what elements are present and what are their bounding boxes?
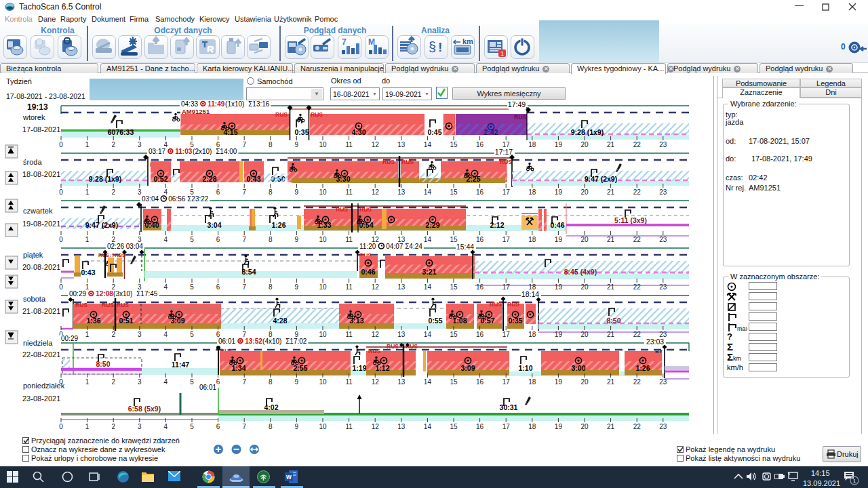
svg-text:0:43: 0:43	[81, 268, 95, 277]
svg-text:RUS: RUS	[514, 114, 526, 121]
svg-text:17: 17	[502, 378, 511, 386]
svg-text:12: 12	[372, 141, 380, 148]
svg-text:RUS: RUS	[311, 111, 323, 118]
svg-text:RUS: RUS	[387, 343, 399, 350]
svg-text:02:26 03:04: 02:26 03:04	[107, 243, 143, 250]
svg-text:1:19: 1:19	[352, 364, 366, 372]
svg-text:km: km	[462, 37, 473, 45]
svg-text:5:11 (3x9): 5:11 (3x9)	[614, 216, 647, 224]
svg-text:2:29: 2:29	[425, 221, 439, 229]
svg-text:8: 8	[269, 188, 273, 196]
svg-text:21: 21	[607, 378, 615, 386]
svg-text:22: 22	[633, 423, 642, 430]
svg-text:8: 8	[269, 236, 273, 243]
svg-text:14: 14	[424, 331, 432, 338]
svg-text:!: !	[438, 40, 442, 54]
svg-text:20-08-2021: 20-08-2021	[22, 263, 60, 271]
svg-text:wtorek: wtorek	[22, 113, 45, 121]
svg-text:14: 14	[424, 141, 432, 148]
svg-text:14: 14	[424, 423, 432, 430]
svg-text:Σ23:22: Σ23:22	[187, 195, 209, 203]
svg-text:23: 23	[659, 188, 667, 196]
svg-text:9: 9	[295, 423, 299, 430]
svg-text:19: 19	[555, 331, 563, 338]
svg-text:3:09: 3:09	[460, 364, 475, 372]
svg-text:12: 12	[372, 378, 380, 386]
svg-text:16: 16	[476, 236, 484, 243]
svg-text:1:26: 1:26	[635, 364, 650, 372]
svg-text:3:21: 3:21	[422, 268, 436, 276]
svg-text:4:30: 4:30	[351, 128, 366, 136]
svg-text:12: 12	[372, 423, 380, 430]
svg-text:22: 22	[633, 331, 642, 338]
svg-text:10: 10	[319, 331, 327, 338]
svg-text:6: 6	[216, 236, 220, 243]
svg-text:RUS: RUS	[401, 159, 414, 165]
svg-text:20: 20	[580, 378, 589, 386]
svg-text:5: 5	[190, 236, 194, 243]
svg-text:1:36: 1:36	[86, 317, 100, 325]
svg-text:13: 13	[397, 188, 406, 196]
svg-text:21: 21	[607, 283, 615, 291]
svg-text:3:13: 3:13	[349, 317, 363, 325]
svg-text:6: 6	[216, 283, 220, 291]
svg-text:1:34: 1:34	[231, 364, 245, 372]
svg-text:23: 23	[659, 423, 667, 430]
svg-text:12: 12	[372, 331, 380, 338]
svg-text:15: 15	[450, 378, 458, 386]
svg-text:(1x10): (1x10)	[225, 100, 244, 108]
svg-text:1: 1	[85, 378, 90, 386]
svg-text:Σ13:16: Σ13:16	[248, 100, 270, 108]
svg-text:(2x10): (2x10)	[193, 148, 212, 155]
svg-text:14: 14	[424, 283, 432, 291]
svg-text:19:13: 19:13	[27, 102, 48, 112]
svg-text:RUS: RUS	[117, 302, 129, 308]
svg-text:§: §	[429, 39, 436, 54]
svg-text:8:50: 8:50	[96, 360, 110, 368]
svg-text:Σ17:02: Σ17:02	[285, 338, 307, 345]
svg-text:1:10: 1:10	[518, 364, 532, 372]
svg-text:06:56: 06:56	[168, 195, 185, 203]
svg-text:RUS: RUS	[336, 206, 348, 213]
svg-text:Σ17:45: Σ17:45	[136, 290, 158, 298]
svg-text:9:28 (1x9): 9:28 (1x9)	[89, 175, 121, 183]
svg-text:4: 4	[164, 423, 168, 430]
svg-text:RUS: RUS	[490, 301, 502, 308]
svg-text:21-08-2021: 21-08-2021	[22, 307, 60, 315]
svg-text:21: 21	[607, 236, 615, 243]
svg-text:7: 7	[242, 141, 246, 148]
svg-text:17:17: 17:17	[495, 148, 513, 156]
svg-text:11: 11	[345, 378, 353, 386]
svg-text:10: 10	[319, 378, 327, 386]
svg-text:3: 3	[138, 141, 142, 148]
svg-text:8: 8	[269, 423, 273, 430]
svg-text:21: 21	[607, 141, 615, 148]
svg-text:7: 7	[242, 423, 246, 430]
svg-text:1: 1	[85, 331, 90, 338]
svg-text:2: 2	[111, 141, 115, 148]
svg-text:11: 11	[345, 283, 353, 291]
svg-text:13: 13	[397, 141, 406, 148]
svg-text:8:45 (4x9): 8:45 (4x9)	[564, 268, 597, 276]
svg-text:22: 22	[633, 283, 642, 291]
svg-text:14: 14	[424, 378, 432, 386]
svg-text:15: 15	[450, 331, 458, 338]
svg-text:00:29: 00:29	[61, 335, 78, 342]
svg-text:6: 6	[216, 188, 220, 196]
svg-text:0: 0	[59, 423, 63, 430]
svg-text:0:57: 0:57	[480, 317, 494, 325]
svg-text:16: 16	[476, 283, 484, 291]
svg-text:13: 13	[397, 423, 406, 430]
svg-text:19: 19	[555, 141, 563, 148]
svg-text:11:03: 11:03	[175, 148, 192, 155]
svg-text:1:12: 1:12	[375, 364, 389, 372]
svg-text:00:29: 00:29	[69, 290, 86, 298]
svg-text:10: 10	[319, 283, 327, 291]
svg-text:3:00: 3:00	[571, 364, 585, 372]
svg-text:niedziela: niedziela	[23, 339, 53, 347]
svg-text:11: 11	[345, 141, 353, 148]
svg-text:RUS: RUS	[359, 206, 372, 213]
svg-text:0: 0	[59, 188, 63, 196]
svg-text:0: 0	[59, 236, 63, 243]
svg-text:poniedziałek: poniedziałek	[23, 382, 65, 390]
